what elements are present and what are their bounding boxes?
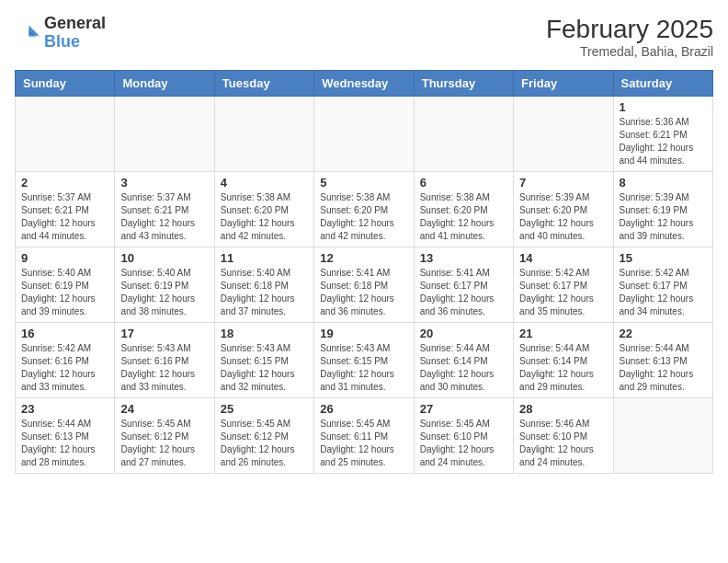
calendar-cell: 23Sunrise: 5:44 AM Sunset: 6:13 PM Dayli… (16, 398, 115, 474)
day-info: Sunrise: 5:44 AM Sunset: 6:13 PM Dayligh… (21, 418, 108, 469)
day-info: Sunrise: 5:39 AM Sunset: 6:20 PM Dayligh… (519, 191, 607, 243)
day-number: 17 (120, 327, 208, 340)
day-info: Sunrise: 5:44 AM Sunset: 6:14 PM Dayligh… (420, 342, 507, 394)
day-info: Sunrise: 5:38 AM Sunset: 6:20 PM Dayligh… (420, 191, 507, 243)
day-info: Sunrise: 5:40 AM Sunset: 6:19 PM Dayligh… (120, 267, 208, 318)
day-number: 11 (221, 251, 308, 265)
day-number: 28 (519, 402, 607, 416)
calendar-cell (214, 97, 313, 172)
calendar-cell: 28Sunrise: 5:46 AM Sunset: 6:10 PM Dayli… (514, 398, 613, 474)
calendar-week-row: 16Sunrise: 5:42 AM Sunset: 6:16 PM Dayli… (16, 323, 713, 398)
calendar-cell: 17Sunrise: 5:43 AM Sunset: 6:16 PM Dayli… (115, 323, 214, 398)
calendar-cell: 26Sunrise: 5:45 AM Sunset: 6:11 PM Dayli… (314, 398, 414, 474)
day-number: 6 (420, 176, 507, 190)
calendar-cell: 18Sunrise: 5:43 AM Sunset: 6:15 PM Dayli… (214, 323, 313, 398)
calendar-week-row: 1Sunrise: 5:36 AM Sunset: 6:21 PM Daylig… (16, 97, 713, 172)
logo-icon (15, 20, 40, 46)
calendar-cell: 16Sunrise: 5:42 AM Sunset: 6:16 PM Dayli… (16, 323, 115, 398)
calendar-cell: 20Sunrise: 5:44 AM Sunset: 6:14 PM Dayli… (414, 323, 513, 398)
day-info: Sunrise: 5:43 AM Sunset: 6:16 PM Dayligh… (120, 342, 208, 394)
day-number: 23 (21, 402, 108, 416)
calendar-cell: 14Sunrise: 5:42 AM Sunset: 6:17 PM Dayli… (514, 247, 613, 323)
calendar-cell: 25Sunrise: 5:45 AM Sunset: 6:12 PM Dayli… (214, 398, 313, 474)
day-info: Sunrise: 5:44 AM Sunset: 6:14 PM Dayligh… (519, 342, 607, 394)
location: Tremedal, Bahia, Brazil (546, 44, 713, 59)
day-info: Sunrise: 5:44 AM Sunset: 6:13 PM Dayligh… (620, 342, 707, 394)
calendar-cell: 11Sunrise: 5:40 AM Sunset: 6:18 PM Dayli… (214, 247, 313, 323)
day-number: 13 (420, 251, 507, 265)
day-number: 5 (320, 176, 407, 190)
calendar-cell: 1Sunrise: 5:36 AM Sunset: 6:21 PM Daylig… (613, 97, 712, 172)
day-info: Sunrise: 5:43 AM Sunset: 6:15 PM Dayligh… (320, 342, 407, 394)
day-info: Sunrise: 5:38 AM Sunset: 6:20 PM Dayligh… (221, 191, 308, 243)
logo-text: GeneralBlue (44, 15, 106, 52)
title-block: February 2025 Tremedal, Bahia, Brazil (546, 15, 713, 59)
calendar-cell: 7Sunrise: 5:39 AM Sunset: 6:20 PM Daylig… (514, 172, 613, 247)
calendar-cell: 13Sunrise: 5:41 AM Sunset: 6:17 PM Dayli… (414, 247, 513, 323)
calendar-cell (16, 97, 115, 172)
day-info: Sunrise: 5:42 AM Sunset: 6:17 PM Dayligh… (519, 267, 607, 318)
day-info: Sunrise: 5:37 AM Sunset: 6:21 PM Dayligh… (120, 191, 208, 243)
day-info: Sunrise: 5:36 AM Sunset: 6:21 PM Dayligh… (620, 116, 707, 167)
day-number: 4 (221, 176, 308, 190)
day-info: Sunrise: 5:39 AM Sunset: 6:19 PM Dayligh… (620, 191, 707, 243)
day-number: 25 (221, 402, 308, 416)
calendar-cell (514, 97, 613, 172)
calendar-week-row: 23Sunrise: 5:44 AM Sunset: 6:13 PM Dayli… (16, 398, 713, 474)
day-number: 1 (620, 100, 707, 114)
calendar-cell: 15Sunrise: 5:42 AM Sunset: 6:17 PM Dayli… (613, 247, 712, 323)
logo: GeneralBlue (15, 15, 106, 52)
day-number: 12 (320, 251, 407, 265)
day-number: 10 (120, 251, 208, 265)
calendar-cell: 21Sunrise: 5:44 AM Sunset: 6:14 PM Dayli… (514, 323, 613, 398)
month-year: February 2025 (546, 15, 713, 44)
day-number: 19 (320, 327, 407, 340)
calendar-week-row: 9Sunrise: 5:40 AM Sunset: 6:19 PM Daylig… (16, 247, 713, 323)
calendar-cell: 22Sunrise: 5:44 AM Sunset: 6:13 PM Dayli… (613, 323, 712, 398)
day-info: Sunrise: 5:41 AM Sunset: 6:18 PM Dayligh… (320, 267, 407, 318)
calendar-cell: 3Sunrise: 5:37 AM Sunset: 6:21 PM Daylig… (115, 172, 214, 247)
day-info: Sunrise: 5:41 AM Sunset: 6:17 PM Dayligh… (420, 267, 507, 318)
day-number: 15 (620, 251, 707, 265)
day-number: 7 (519, 176, 607, 190)
day-info: Sunrise: 5:45 AM Sunset: 6:12 PM Dayligh… (120, 418, 208, 469)
calendar-table: SundayMondayTuesdayWednesdayThursdayFrid… (15, 70, 713, 474)
calendar-cell: 2Sunrise: 5:37 AM Sunset: 6:21 PM Daylig… (16, 172, 115, 247)
calendar-cell: 9Sunrise: 5:40 AM Sunset: 6:19 PM Daylig… (16, 247, 115, 323)
col-header-tuesday: Tuesday (214, 71, 313, 97)
calendar-cell: 10Sunrise: 5:40 AM Sunset: 6:19 PM Dayli… (115, 247, 214, 323)
day-number: 21 (519, 327, 607, 340)
col-header-thursday: Thursday (414, 71, 513, 97)
day-info: Sunrise: 5:42 AM Sunset: 6:17 PM Dayligh… (620, 267, 707, 318)
calendar-cell: 4Sunrise: 5:38 AM Sunset: 6:20 PM Daylig… (214, 172, 313, 247)
calendar-cell: 8Sunrise: 5:39 AM Sunset: 6:19 PM Daylig… (613, 172, 712, 247)
day-info: Sunrise: 5:42 AM Sunset: 6:16 PM Dayligh… (21, 342, 108, 394)
day-info: Sunrise: 5:45 AM Sunset: 6:11 PM Dayligh… (320, 418, 407, 469)
day-number: 27 (420, 402, 507, 416)
day-number: 14 (519, 251, 607, 265)
day-number: 16 (21, 327, 108, 340)
calendar-cell (314, 97, 414, 172)
calendar-cell (613, 398, 712, 474)
col-header-wednesday: Wednesday (314, 71, 414, 97)
day-number: 20 (420, 327, 507, 340)
calendar-header-row: SundayMondayTuesdayWednesdayThursdayFrid… (16, 71, 713, 97)
col-header-friday: Friday (514, 71, 613, 97)
day-info: Sunrise: 5:45 AM Sunset: 6:12 PM Dayligh… (221, 418, 308, 469)
day-number: 2 (21, 176, 108, 190)
calendar-week-row: 2Sunrise: 5:37 AM Sunset: 6:21 PM Daylig… (16, 172, 713, 247)
day-number: 26 (320, 402, 407, 416)
day-number: 18 (221, 327, 308, 340)
calendar-cell: 6Sunrise: 5:38 AM Sunset: 6:20 PM Daylig… (414, 172, 513, 247)
day-info: Sunrise: 5:37 AM Sunset: 6:21 PM Dayligh… (21, 191, 108, 243)
calendar-cell: 27Sunrise: 5:45 AM Sunset: 6:10 PM Dayli… (414, 398, 513, 474)
day-number: 9 (21, 251, 108, 265)
day-info: Sunrise: 5:46 AM Sunset: 6:10 PM Dayligh… (519, 418, 607, 469)
calendar-cell: 24Sunrise: 5:45 AM Sunset: 6:12 PM Dayli… (115, 398, 214, 474)
day-info: Sunrise: 5:45 AM Sunset: 6:10 PM Dayligh… (420, 418, 507, 469)
calendar-cell: 12Sunrise: 5:41 AM Sunset: 6:18 PM Dayli… (314, 247, 414, 323)
day-number: 3 (120, 176, 208, 190)
day-info: Sunrise: 5:38 AM Sunset: 6:20 PM Dayligh… (320, 191, 407, 243)
day-info: Sunrise: 5:40 AM Sunset: 6:19 PM Dayligh… (21, 267, 108, 318)
col-header-sunday: Sunday (16, 71, 115, 97)
